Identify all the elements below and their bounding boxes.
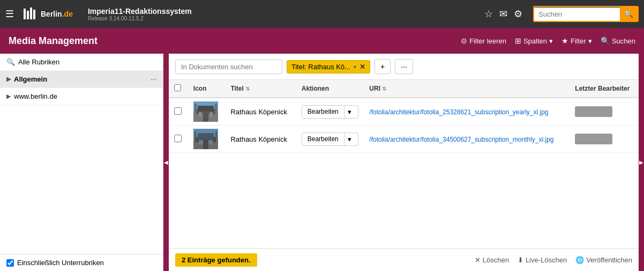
row2-editor-bar bbox=[575, 134, 612, 144]
berlin-logo-svg bbox=[24, 6, 39, 21]
star-icon[interactable]: ☆ bbox=[484, 8, 493, 20]
row1-checkbox-cell bbox=[169, 98, 188, 126]
page-header: Media Management ⊝ Filter leeren ⊞ Spalt… bbox=[0, 28, 644, 54]
filter-leeren-button[interactable]: ⊝ Filter leeren bbox=[461, 36, 506, 45]
svg-rect-12 bbox=[215, 104, 217, 111]
app-title-block: Imperia11-Redaktionssystem Release 3.14.… bbox=[88, 7, 479, 21]
row1-action-group: Bearbeiten ▾ bbox=[302, 105, 359, 119]
svg-rect-17 bbox=[200, 134, 204, 140]
sort-uri-icon: ⇅ bbox=[382, 86, 386, 92]
mail-icon[interactable]: ✉ bbox=[499, 8, 507, 20]
document-search-input[interactable] bbox=[175, 60, 282, 74]
spalten-button[interactable]: ⊞ Spalten ▾ bbox=[515, 36, 553, 45]
row2-bearbeiten-button[interactable]: Bearbeiten bbox=[302, 133, 344, 145]
suchen-button[interactable]: 🔍 Suchen bbox=[601, 36, 635, 45]
delete-label: Löschen bbox=[483, 256, 509, 264]
filter-tag-dropdown-icon[interactable]: ▾ bbox=[354, 64, 356, 70]
filter-button[interactable]: ★ Filter ▾ bbox=[561, 36, 592, 45]
unterrubriken-label: Einschließlich Unterrubriken bbox=[17, 259, 104, 267]
search-small-icon: 🔍 bbox=[6, 58, 15, 66]
svg-rect-3 bbox=[33, 10, 35, 19]
row2-action-dropdown[interactable]: ▾ bbox=[344, 133, 355, 145]
add-button[interactable]: + bbox=[375, 59, 391, 74]
row1-bearbeiten-button[interactable]: Bearbeiten bbox=[302, 106, 344, 118]
sidebar-collapse-handle[interactable]: ◀ bbox=[163, 54, 169, 271]
table-row: Rathaus Köpenick Bearbeiten ▾ /fotolia/a… bbox=[169, 98, 639, 126]
sidebar-footer: Einschließlich Unterrubriken bbox=[0, 254, 163, 271]
svg-rect-10 bbox=[209, 112, 213, 116]
header-actions: ⊝ Filter leeren ⊞ Spalten ▾ ★ Filter ▾ 🔍… bbox=[461, 36, 635, 45]
row1-uri-cell: /fotolia/architektur/fotolia_25328621_su… bbox=[364, 98, 570, 126]
row2-action-group: Bearbeiten ▾ bbox=[302, 133, 359, 146]
logo-de: .de bbox=[62, 10, 73, 18]
row1-icon-cell bbox=[188, 98, 226, 126]
spalten-icon: ⊞ bbox=[515, 36, 521, 45]
top-search-input[interactable] bbox=[534, 8, 620, 21]
col-aktionen: Aktionen bbox=[296, 80, 364, 98]
table-row: Rathaus Köpenick Bearbeiten ▾ /fotolia/a… bbox=[169, 126, 639, 153]
gear-icon[interactable]: ⚙ bbox=[514, 8, 522, 20]
more-options-button[interactable]: ··· bbox=[395, 59, 413, 74]
row2-uri-link[interactable]: /fotolia/architektur/fotolia_34500627_su… bbox=[369, 136, 553, 143]
suchen-icon: 🔍 bbox=[601, 36, 610, 45]
more-allgemein-icon[interactable]: ··· bbox=[151, 75, 156, 83]
filter-tag-remove-icon[interactable]: ✕ bbox=[360, 63, 365, 71]
filter-tag[interactable]: Titel: Rathaus Kö... ▾ ✕ bbox=[287, 60, 370, 74]
svg-rect-19 bbox=[199, 140, 203, 144]
row2-checkbox-cell bbox=[169, 126, 188, 153]
spalten-chevron-icon: ▾ bbox=[549, 37, 553, 45]
live-loschen-button[interactable]: ⬇ Live-Löschen bbox=[518, 256, 567, 264]
col-titel[interactable]: Titel ⇅ bbox=[225, 80, 296, 98]
row1-action-dropdown[interactable]: ▾ bbox=[344, 106, 355, 118]
top-nav: ☰ Berlin.de Imperia11-Redaktionssystem R… bbox=[0, 0, 644, 28]
right-collapse-handle[interactable]: ▶ bbox=[639, 54, 644, 271]
row2-editor-cell bbox=[570, 126, 639, 153]
veroffentlichen-button[interactable]: 🌐 Veröffentlichen bbox=[575, 256, 632, 264]
row2-thumbnail bbox=[193, 129, 218, 149]
row1-titel-cell: Rathaus Köpenick bbox=[225, 98, 296, 126]
logo: Berlin.de bbox=[19, 4, 77, 24]
content-toolbar: Titel: Rathaus Kö... ▾ ✕ + ··· bbox=[169, 54, 639, 80]
table-header: Icon Titel ⇅ Aktionen URI ⇅ Letzter Bear… bbox=[169, 80, 639, 98]
row1-thumb-svg bbox=[193, 101, 218, 122]
sidebar-berlin-de-label: www.berlin.de bbox=[14, 92, 156, 100]
sidebar-item-www-berlin-de[interactable]: ▶ www.berlin.de bbox=[0, 88, 163, 105]
sidebar-all-rubriken-label: Alle Rubriken bbox=[18, 58, 156, 66]
app-main-title: Imperia11-Redaktionssystem bbox=[88, 7, 479, 16]
suchen-label: Suchen bbox=[612, 37, 635, 45]
row2-uri-cell: /fotolia/architektur/fotolia_34500627_su… bbox=[364, 126, 570, 153]
row2-thumb-svg bbox=[193, 129, 218, 149]
veroffentlichen-label: Veröffentlichen bbox=[586, 256, 632, 264]
content-area: Titel: Rathaus Kö... ▾ ✕ + ··· Icon Tite… bbox=[169, 54, 639, 271]
live-loschen-label: Live-Löschen bbox=[526, 256, 567, 264]
row2-titel: Rathaus Köpenick bbox=[230, 135, 287, 143]
spalten-label: Spalten bbox=[523, 37, 547, 45]
unterrubriken-checkbox[interactable] bbox=[6, 259, 14, 267]
sidebar: 🔍 Alle Rubriken ▶ Allgemein ··· ▶ www.be… bbox=[0, 54, 163, 271]
svg-rect-1 bbox=[27, 11, 29, 19]
hamburger-menu[interactable]: ☰ bbox=[5, 8, 14, 20]
app-subtitle: Release 3.14.00-11.5.2 bbox=[88, 16, 479, 21]
logo-berlin-text: Berlin bbox=[41, 10, 62, 18]
col-letzter-bearbeiter: Letzter Bearbeiter bbox=[570, 80, 639, 98]
top-search-button[interactable]: 🔍 bbox=[620, 7, 638, 21]
delete-button[interactable]: ✕ Löschen bbox=[475, 256, 509, 264]
col-uri[interactable]: URI ⇅ bbox=[364, 80, 570, 98]
sidebar-item-allgemein[interactable]: ▶ Allgemein ··· bbox=[0, 71, 163, 88]
row2-checkbox[interactable] bbox=[174, 135, 182, 142]
sidebar-item-all-rubriken[interactable]: 🔍 Alle Rubriken bbox=[0, 54, 163, 71]
svg-rect-0 bbox=[24, 9, 26, 19]
logo-berlin: Berlin.de bbox=[41, 10, 73, 18]
content-footer: 2 Einträge gefunden. ✕ Löschen ⬇ Live-Lö… bbox=[169, 248, 639, 271]
svg-rect-20 bbox=[208, 140, 213, 144]
row2-titel-cell: Rathaus Köpenick bbox=[225, 126, 296, 153]
top-search-box: 🔍 bbox=[533, 6, 639, 22]
filter-label: Filter bbox=[571, 37, 586, 45]
main-layout: 🔍 Alle Rubriken ▶ Allgemein ··· ▶ www.be… bbox=[0, 54, 644, 271]
row1-uri-link[interactable]: /fotolia/architektur/fotolia_25328621_su… bbox=[369, 108, 548, 116]
row1-checkbox[interactable] bbox=[174, 107, 182, 115]
filter-chevron-icon: ▾ bbox=[588, 37, 592, 45]
select-all-checkbox[interactable] bbox=[174, 84, 181, 91]
row2-aktionen-cell: Bearbeiten ▾ bbox=[296, 126, 364, 153]
sort-titel-icon: ⇅ bbox=[245, 86, 250, 92]
